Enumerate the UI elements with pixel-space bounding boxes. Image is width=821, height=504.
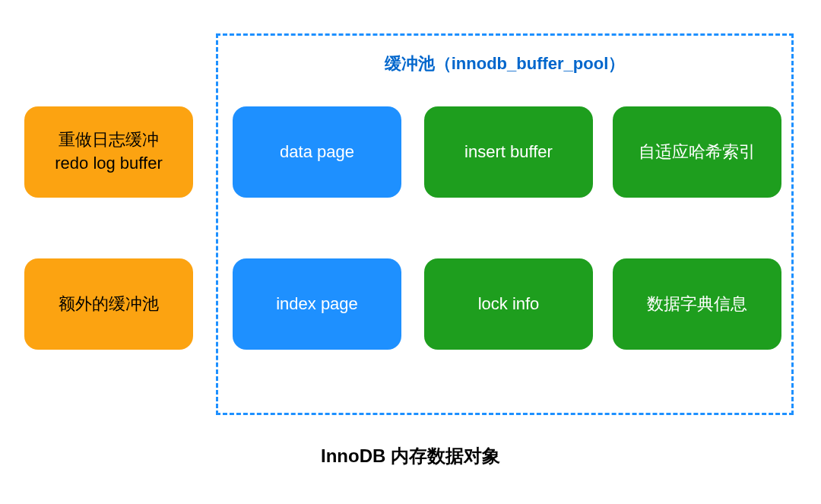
diagram-caption: InnoDB 内存数据对象 [0,444,821,468]
innodb-memory-diagram: 缓冲池（innodb_buffer_pool） 重做日志缓冲 redo log … [0,30,821,426]
index-page-label: index page [276,293,358,316]
data-page-label: data page [280,141,354,164]
extra-buffer-label: 额外的缓冲池 [59,293,159,316]
redo-log-label-cn: 重做日志缓冲 [59,128,159,152]
insert-buffer-label: insert buffer [464,141,553,164]
extra-buffer-block: 额外的缓冲池 [24,258,193,350]
insert-buffer-block: insert buffer [424,106,593,198]
buffer-pool-container: 缓冲池（innodb_buffer_pool） [216,33,794,415]
adaptive-hash-block: 自适应哈希索引 [613,106,781,198]
index-page-block: index page [233,258,401,350]
data-page-block: data page [233,106,401,198]
redo-log-buffer-block: 重做日志缓冲 redo log buffer [24,106,193,198]
dict-info-block: 数据字典信息 [613,258,781,350]
buffer-pool-title: 缓冲池（innodb_buffer_pool） [218,52,791,75]
lock-info-block: lock info [424,258,593,350]
lock-info-label: lock info [478,293,540,316]
dict-info-label: 数据字典信息 [647,293,747,316]
redo-log-label-en: redo log buffer [55,152,162,176]
adaptive-hash-label: 自适应哈希索引 [639,141,756,164]
